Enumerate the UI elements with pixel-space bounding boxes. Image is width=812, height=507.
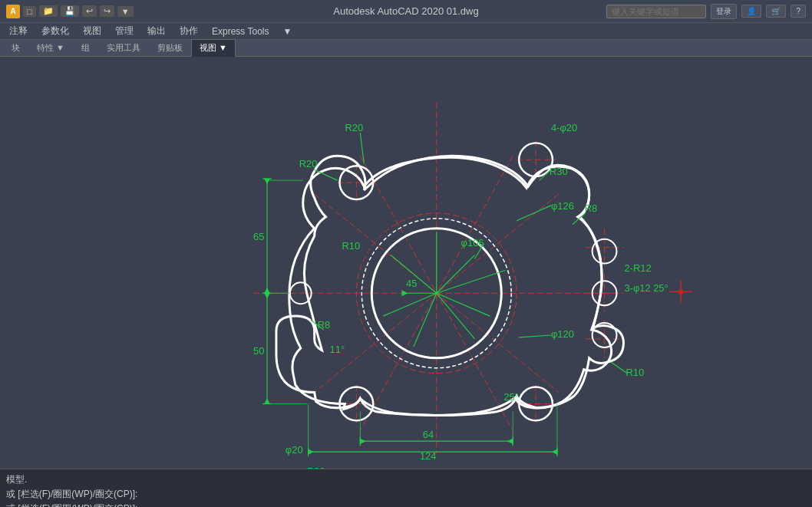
titlebar-left: A □ 📁 💾 ↩ ↪ ▼ — [6, 5, 134, 18]
dim-r10-top: R10 — [342, 240, 360, 252]
dim-124: 124 — [420, 450, 437, 462]
dim-25deg-bottom: 25° — [503, 391, 519, 403]
redo-btn[interactable]: ↪ — [100, 5, 114, 17]
new-btn[interactable]: □ — [23, 6, 36, 17]
dim-2r12: 2-R12 — [624, 262, 651, 274]
menu-more[interactable]: ▼ — [276, 25, 298, 38]
dim-r10-right: R10 — [626, 367, 644, 378]
tab-view[interactable]: 视图 ▼ — [191, 39, 236, 57]
status-bar: 模型. 或 [栏选(F)/圈围(WP)/圈交(CP)]: 或 [栏选(F)/圈围… — [0, 469, 812, 507]
tab-utilities[interactable]: 实用工具 — [98, 39, 149, 57]
dim-r8-left: R8 — [318, 319, 331, 331]
dim-65: 65 — [253, 231, 264, 242]
cmd-line-3: 或 [栏选(F)/圈围(WP)/圈交(CP)]: — [6, 502, 806, 507]
dim-45: 45 — [406, 278, 417, 289]
dim-r30: R30 — [550, 166, 568, 177]
menu-annotation[interactable]: 注释 — [3, 23, 34, 39]
menu-output[interactable]: 输出 — [141, 23, 172, 39]
ribbon-tabs: 块 特性 ▼ 组 实用工具 剪贴板 视图 ▼ — [0, 40, 812, 57]
dim-r20-top: R20 — [345, 122, 363, 133]
account-btn[interactable]: 👤 — [741, 5, 761, 18]
tab-block[interactable]: 块 — [3, 39, 28, 57]
cmd-line-2: 或 [栏选(F)/圈围(WP)/圈交(CP)]: — [6, 487, 806, 502]
open-btn[interactable]: 📁 — [39, 5, 58, 17]
tab-group[interactable]: 组 — [73, 39, 98, 57]
svg-rect-0 — [101, 57, 711, 469]
drawing-area[interactable]: R20 R20 R20 4-φ20 φ20 R30 φ126 φ106 φ120… — [0, 57, 812, 469]
dim-r8-right: R8 — [585, 202, 598, 214]
menu-collaborate[interactable]: 协作 — [173, 23, 204, 39]
menu-manage[interactable]: 管理 — [109, 23, 140, 39]
save-btn[interactable]: 💾 — [61, 5, 79, 17]
dim-64: 64 — [423, 429, 434, 440]
dim-phi126: φ126 — [551, 200, 574, 212]
cmd-line-1: 模型. — [6, 472, 806, 487]
options-btn[interactable]: ▼ — [117, 6, 134, 17]
dim-r20-left: R20 — [299, 158, 318, 170]
titlebar-right: 登录 👤 🛒 ? — [606, 4, 806, 19]
app-icon: A — [6, 5, 20, 18]
menu-express-tools[interactable]: Express Tools — [206, 25, 275, 38]
dim-3phi12: 3-φ12 25° — [624, 282, 668, 294]
menu-parametric[interactable]: 参数化 — [35, 23, 75, 39]
dim-phi20-bottom: φ20 — [286, 444, 303, 456]
tab-properties[interactable]: 特性 ▼ — [28, 39, 73, 57]
dim-11deg: 11° — [330, 344, 345, 355]
cart-btn[interactable]: 🛒 — [766, 5, 786, 18]
dim-phi120: φ120 — [551, 328, 574, 340]
undo-btn[interactable]: ↩ — [82, 5, 97, 17]
dim-phi106: φ106 — [461, 237, 484, 249]
login-btn[interactable]: 登录 — [711, 4, 737, 19]
search-input[interactable] — [606, 5, 706, 18]
cad-drawing: R20 R20 R20 4-φ20 φ20 R30 φ126 φ106 φ120… — [0, 57, 812, 469]
window-title: Autodesk AutoCAD 2020 01.dwg — [333, 5, 478, 17]
menu-bar: 注释 参数化 视图 管理 输出 协作 Express Tools ▼ — [0, 23, 812, 40]
tab-clipboard[interactable]: 剪贴板 — [149, 39, 191, 57]
help-btn[interactable]: ? — [791, 5, 806, 18]
dim-4phi20: 4-φ20 — [551, 122, 577, 133]
title-bar: A □ 📁 💾 ↩ ↪ ▼ Autodesk AutoCAD 2020 01.d… — [0, 0, 812, 23]
dim-50: 50 — [253, 345, 264, 357]
svg-rect-79 — [678, 289, 683, 294]
menu-view[interactable]: 视图 — [77, 23, 107, 39]
